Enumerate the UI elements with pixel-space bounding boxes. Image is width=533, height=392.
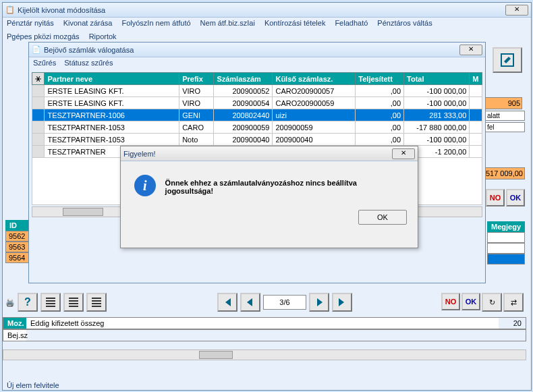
menu-feladhato[interactable]: Feladható xyxy=(335,19,368,30)
moz-header: Moz. xyxy=(3,318,26,329)
info-icon: i xyxy=(134,175,156,196)
field-905[interactable] xyxy=(484,97,522,109)
menu-penztaros-valtas[interactable]: Pénztáros váltás xyxy=(377,19,432,30)
alert-message: Önnek ehhez a számlautalványozáshoz ninc… xyxy=(165,175,404,195)
menu-statusz-szures[interactable]: Státusz szűrés xyxy=(64,59,113,68)
pager xyxy=(217,293,352,312)
list-button-2[interactable] xyxy=(63,293,84,312)
status-bar: Új elem felvitele xyxy=(3,380,63,391)
megjegy-header: Megjegy xyxy=(487,221,525,232)
id-cell-0[interactable]: 9562 xyxy=(5,231,30,242)
side-panel xyxy=(493,47,528,73)
page-input[interactable] xyxy=(263,295,306,310)
table-row[interactable]: ERSTE LEASING KFT.VIRO200900054 CARO2009… xyxy=(32,97,482,109)
menu-kontirozasi[interactable]: Kontírozási tételek xyxy=(264,19,326,30)
megjegy-cell-2[interactable] xyxy=(487,254,525,264)
alert-ok-button[interactable]: OK xyxy=(358,210,407,225)
bej-header: Bej.sz xyxy=(3,330,26,341)
right-fields: alatt fel xyxy=(484,97,525,132)
bottom-thumb[interactable] xyxy=(199,351,233,359)
alert-titlebar: Figyelem! ✕ xyxy=(121,146,418,161)
bottom-toolbar: 🖨️ ? NO OK ↻ ⇄ xyxy=(3,290,526,314)
col-m[interactable]: M xyxy=(470,73,482,85)
main-menubar: Pénztár nyitás Kivonat zárása FolyószIn … xyxy=(3,18,531,31)
bottom-area: 🖨️ ? NO OK ↻ ⇄ Moz. Eddig kifizetett öss… xyxy=(3,290,526,360)
sub-close-button[interactable]: ✕ xyxy=(459,45,482,55)
alert-close-button[interactable]: ✕ xyxy=(392,148,415,159)
menu-penztar-nyitas[interactable]: Pénztár nyitás xyxy=(7,19,54,30)
last-button[interactable] xyxy=(332,293,352,312)
table-row[interactable]: ERSTE LEASING KFT.VIRO200900052 CARO2009… xyxy=(32,85,482,97)
id-cell-1[interactable]: 9563 xyxy=(5,242,30,252)
main-titlebar: 📋 Kijelölt kivonat módosítása ✕ xyxy=(3,3,531,18)
edit-button[interactable] xyxy=(493,47,522,73)
table-row[interactable]: TESZTPARTNER-1006GENI200802440 uizi,0028… xyxy=(32,109,482,121)
col-szam[interactable]: Számlaszám xyxy=(214,73,273,85)
menu-nem-atf[interactable]: Nem átf.biz.szIai xyxy=(200,19,255,30)
extra-button-1[interactable]: ↻ xyxy=(482,293,502,312)
sub-titlebar: 📄 Bejövő számlák válogatása ✕ xyxy=(29,43,485,57)
bottom-no-button[interactable]: NO xyxy=(441,293,460,310)
table-row[interactable]: TESZTPARTNER-1053CARO200900059 200900059… xyxy=(32,121,482,134)
main-close-button[interactable]: ✕ xyxy=(505,5,528,16)
menu-kivonat-zarasa[interactable]: Kivonat zárása xyxy=(63,19,113,30)
table-row[interactable]: TESZTPARTNER-1053Noto200900040 200900040… xyxy=(32,134,482,146)
alert-dialog: Figyelem! ✕ i Önnek ehhez a számlautalvá… xyxy=(120,146,418,248)
extra-button-2[interactable]: ⇄ xyxy=(503,293,524,312)
moz-row: Moz. Eddig kifizetett összeg 20 xyxy=(3,317,526,329)
ok-button[interactable]: OK xyxy=(506,189,525,206)
no-button[interactable]: NO xyxy=(486,189,505,206)
id-header: ID xyxy=(5,220,30,231)
menu-folyoszin[interactable]: FolyószIn nem átfutó xyxy=(121,19,190,30)
col-partner[interactable]: Partner neve xyxy=(45,73,179,85)
col-kulso[interactable]: Külső számlasz. xyxy=(273,73,356,85)
main-title: Kijelölt kivonat módosítása xyxy=(18,6,505,14)
bottom-nook: NO OK ↻ ⇄ xyxy=(441,293,524,312)
label-fel: fel xyxy=(484,122,525,132)
moz-right: 20 xyxy=(499,318,526,329)
alert-title: Figyelem! xyxy=(123,150,392,158)
first-button[interactable] xyxy=(217,293,237,312)
bottom-ok-button[interactable]: OK xyxy=(461,293,480,310)
prev-button[interactable] xyxy=(240,293,260,312)
next-button[interactable] xyxy=(309,293,329,312)
sub-menubar: Szűrés Státusz szűrés xyxy=(29,57,485,69)
bej-row: Bej.sz xyxy=(3,329,526,341)
megjegy-panel: Megjegy xyxy=(487,221,525,264)
bottom-hscroll[interactable] xyxy=(3,349,526,360)
label-alatt: alatt xyxy=(484,111,525,121)
sub-icon: 📄 xyxy=(32,45,41,55)
alert-body: i Önnek ehhez a számlautalványozáshoz ni… xyxy=(121,161,418,210)
list-button-1[interactable] xyxy=(40,293,61,312)
col-idx[interactable]: ⚹ xyxy=(32,73,45,85)
no-ok-panel: NO OK xyxy=(486,189,525,206)
moz-value: Eddig kifizetett összeg xyxy=(26,318,499,329)
menu-szures[interactable]: Szűrés xyxy=(33,59,56,68)
printer-icon[interactable]: 🖨️ xyxy=(5,298,15,307)
megjegy-cell-0[interactable] xyxy=(487,232,525,243)
list-button-3[interactable] xyxy=(86,293,107,312)
help-button[interactable]: ? xyxy=(18,293,38,312)
col-prefix[interactable]: Prefix xyxy=(179,73,214,85)
app-icon: 📋 xyxy=(5,5,15,15)
sub-title: Bejövő számlák válogatása xyxy=(44,46,459,54)
hscroll-thumb[interactable] xyxy=(63,208,103,216)
id-cell-2[interactable]: 9564 xyxy=(5,252,30,263)
id-panel: ID 9562 9563 9564 xyxy=(5,220,30,263)
col-total[interactable]: Total xyxy=(404,73,470,85)
invoice-grid[interactable]: ⚹ Partner neve Prefix Számlaszám Külső s… xyxy=(32,72,482,158)
megjegy-cell-1[interactable] xyxy=(487,243,525,254)
col-telj[interactable]: Teljesített xyxy=(356,73,404,85)
